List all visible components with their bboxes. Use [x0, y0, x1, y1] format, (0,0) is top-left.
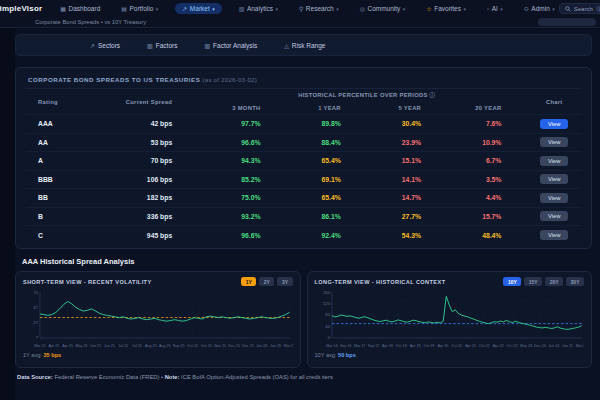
- percentile-cell: 96.6%: [206, 133, 286, 152]
- svg-text:Oct 25: Oct 25: [187, 344, 198, 348]
- nav-item-dashboard[interactable]: ▦Dashboard: [56, 3, 104, 14]
- dashboard-icon: ▦: [60, 5, 66, 12]
- chevron-down-icon: ▾: [552, 6, 555, 12]
- svg-text:Mar 17: Mar 17: [353, 344, 364, 348]
- view-button-bb[interactable]: View: [540, 193, 568, 203]
- percentile-cell: 14.7%: [367, 189, 447, 208]
- chevron-down-icon: ▾: [463, 6, 466, 12]
- current-spread-cell: 70 bps: [98, 152, 206, 171]
- chart-cell: View: [527, 226, 581, 245]
- research-icon: ⚲: [299, 5, 303, 12]
- svg-text:7: 7: [36, 335, 39, 340]
- nav-item-market[interactable]: ↗Market▾: [175, 3, 221, 14]
- nav-right: Search ⌘K ☆ M: [559, 3, 600, 14]
- tab-factors[interactable]: ▥Factors: [147, 42, 177, 49]
- user-menu-flyout: [538, 18, 596, 26]
- percentile-cell: 3.5%: [447, 170, 527, 189]
- table-row-b: B336 bps93.2%86.1%27.7%15.7%View: [26, 207, 581, 226]
- view-button-aa[interactable]: View: [540, 137, 568, 147]
- nav-item-portfolio[interactable]: ▤Portfolio▾: [117, 3, 162, 14]
- svg-text:Apr 18: Apr 18: [381, 344, 392, 348]
- nav-item-community[interactable]: ◎Community▾: [356, 3, 410, 14]
- svg-text:Nov 25: Nov 25: [214, 344, 226, 348]
- percentile-cell: 6.7%: [447, 152, 527, 171]
- table-row-aaa: AAA42 bps97.7%89.8%30.4%7.6%View: [26, 115, 581, 134]
- svg-text:Jan 26: Jan 26: [256, 344, 267, 348]
- search-shortcut-badge: ⌘K: [596, 6, 600, 12]
- main-content: ↗Sectors▥Factors▥Factor Analysis△Risk Ra…: [15, 29, 600, 400]
- svg-text:Jan 26: Jan 26: [270, 344, 281, 348]
- data-source-text: Federal Reserve Economic Data (FRED): [53, 374, 161, 380]
- chart-cell: View: [527, 152, 581, 171]
- app-logo[interactable]: SimpleVisor: [0, 4, 56, 13]
- svg-text:Aug 25: Aug 25: [159, 344, 171, 348]
- percentile-cell: 94.3%: [206, 152, 286, 171]
- nav-item-analytics[interactable]: ▥Analytics▾: [235, 3, 282, 14]
- spread-table-head: Rating Current Spread HISTORICAL PERCENT…: [26, 89, 581, 115]
- current-spread-cell: 53 bps: [98, 133, 206, 152]
- avg-label: 10Y avg:: [315, 352, 339, 358]
- market-icon: ↗: [182, 5, 187, 12]
- col-header-period: 3 MONTH: [206, 102, 286, 115]
- percentile-cell: 15.1%: [367, 152, 447, 171]
- table-row-c: C945 bps96.6%92.4%54.3%48.4%View: [26, 226, 581, 245]
- period-button-1y[interactable]: 1Y: [241, 277, 256, 286]
- period-button-30y[interactable]: 30Y: [566, 277, 584, 286]
- nav-items: ▦Dashboard▤Portfolio▾↗Market▾▥Analytics▾…: [56, 3, 558, 14]
- breadcrumb: Corporate Bond Spreads • vs 10Y Treasury: [35, 19, 146, 25]
- svg-text:Sep 16: Sep 16: [339, 344, 351, 348]
- period-button-3y[interactable]: 3Y: [277, 277, 292, 286]
- svg-text:Oct 25: Oct 25: [201, 344, 212, 348]
- period-button-2y[interactable]: 2Y: [259, 277, 274, 286]
- spread-line-chart: 16012080400Mar 16Sep 16Mar 17Sep 17Apr 1…: [315, 289, 585, 351]
- tab-risk-range[interactable]: △Risk Range: [284, 42, 325, 49]
- percentile-cell: 14.1%: [367, 170, 447, 189]
- search-input[interactable]: Search ⌘K: [559, 3, 600, 14]
- svg-text:Sep 25: Sep 25: [173, 344, 185, 348]
- period-button-20y[interactable]: 20Y: [545, 277, 563, 286]
- svg-text:Apr 25: Apr 25: [48, 344, 59, 348]
- nav-item-label: Community: [367, 5, 400, 12]
- nav-item-admin[interactable]: ⊙Admin▾: [520, 3, 559, 14]
- svg-text:Mar 26: Mar 26: [284, 344, 293, 348]
- view-button-a[interactable]: View: [540, 156, 568, 166]
- svg-text:Jul 25: Jul 25: [132, 344, 142, 348]
- svg-text:Apr 22: Apr 22: [492, 344, 503, 348]
- svg-text:Mar 26: Mar 26: [575, 344, 584, 348]
- current-spread-cell: 945 bps: [98, 226, 206, 245]
- period-button-10y[interactable]: 10Y: [503, 277, 521, 286]
- spread-table-panel: CORPORATE BOND SPREADS TO US TREASURIES …: [15, 67, 592, 249]
- nav-item-favorites[interactable]: ☆Favorites▾: [422, 3, 470, 14]
- table-row-bbb: BBB106 bps85.2%69.1%14.1%3.5%View: [26, 170, 581, 189]
- svg-text:May 23: May 23: [520, 344, 532, 348]
- view-button-bbb[interactable]: View: [540, 174, 568, 184]
- chart-title: LONG-TERM VIEW - HISTORICAL CONTEXT: [315, 279, 446, 285]
- svg-text:0: 0: [327, 335, 330, 340]
- tab-label: Sectors: [98, 42, 120, 49]
- tab-label: Risk Range: [292, 42, 326, 49]
- svg-text:Oct 21: Oct 21: [479, 344, 490, 348]
- view-button-aaa[interactable]: View: [540, 119, 568, 129]
- chart-title: SHORT-TERM VIEW - RECENT VOLATILITY: [23, 279, 152, 285]
- avg-value: 50 bps: [338, 352, 356, 358]
- info-icon[interactable]: ⓘ: [430, 92, 436, 98]
- svg-text:Apr 20: Apr 20: [437, 344, 448, 348]
- nav-item-research[interactable]: ⚲Research▾: [295, 3, 343, 14]
- nav-item-ai[interactable]: ▫AI▾: [483, 3, 507, 14]
- view-button-b[interactable]: View: [540, 211, 568, 221]
- svg-text:May 25: May 25: [76, 344, 88, 348]
- period-button-15y[interactable]: 15Y: [524, 277, 542, 286]
- percentile-cell: 7.6%: [447, 115, 527, 134]
- percentile-cell: 97.7%: [206, 115, 286, 134]
- view-button-c[interactable]: View: [540, 230, 568, 240]
- svg-text:Mar 25: Mar 25: [34, 344, 45, 348]
- col-header-current-spread: Current Spread: [98, 89, 206, 115]
- svg-text:160: 160: [322, 290, 330, 295]
- note-label: Note:: [163, 374, 179, 380]
- current-spread-cell: 106 bps: [98, 170, 206, 189]
- tab-sectors[interactable]: ↗Sectors: [90, 42, 120, 49]
- col-group-header-percentiles: HISTORICAL PERCENTILE OVER PERIODS ⓘ: [206, 89, 527, 102]
- table-row-bb: BB182 bps75.0%65.4%14.7%4.4%View: [26, 189, 581, 208]
- tab-factor-analysis[interactable]: ▥Factor Analysis: [204, 42, 257, 49]
- svg-text:Sep 17: Sep 17: [367, 344, 379, 348]
